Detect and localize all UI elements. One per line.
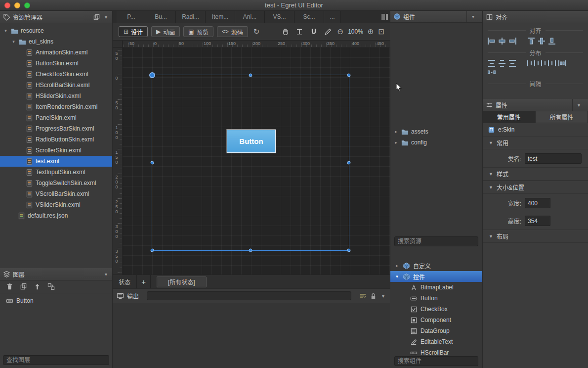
close-button[interactable]: [4, 2, 10, 8]
tree-item-animationskin[interactable]: AnimationSkin.exml: [0, 47, 112, 58]
tree-item-test-selected[interactable]: test.exml: [0, 156, 112, 167]
component-item-checkbox[interactable]: CheckBox: [390, 304, 482, 315]
add-state-button[interactable]: +: [137, 275, 151, 288]
component-item-button[interactable]: Button: [390, 293, 482, 304]
pen-tool-icon[interactable]: [324, 28, 332, 36]
magnet-snap-icon[interactable]: [310, 28, 318, 36]
fit-canvas-icon[interactable]: ⊡: [378, 27, 384, 36]
tree-item-vsliderskin[interactable]: VSliderSkin.exml: [0, 199, 112, 210]
expand-arrow-icon[interactable]: ▾: [11, 39, 16, 44]
height-input[interactable]: [525, 216, 550, 226]
tree-item-hsliderskin[interactable]: HSliderSkin.exml: [0, 91, 112, 101]
component-group-custom[interactable]: ▸ 自定义: [390, 260, 482, 271]
tree-item-textinputskin[interactable]: TextInputSkin.exml: [0, 167, 112, 178]
tree-item-hscrollbarskin[interactable]: HScrollBarSkin.exml: [0, 80, 112, 91]
width-input[interactable]: [525, 198, 550, 208]
distribute-bottom-icon[interactable]: [508, 60, 516, 67]
component-item-bitmaplabel[interactable]: BitmapLabel: [390, 282, 482, 293]
tree-item-progressbarskin[interactable]: ProgressBarSkin.exml: [0, 123, 112, 134]
text-tool-icon[interactable]: [295, 28, 303, 36]
output-menu-chevron-icon[interactable]: ▾: [380, 293, 386, 299]
delete-layer-icon[interactable]: [6, 283, 13, 290]
stage-button-component[interactable]: Button: [227, 130, 276, 153]
tree-item-panelskin[interactable]: PanelSkin.exml: [0, 112, 112, 123]
more-tabs-button[interactable]: ...: [324, 11, 341, 23]
library-item-assets[interactable]: ▸ assets: [390, 126, 482, 137]
output-filter-input[interactable]: [147, 291, 351, 300]
component-item-datagroup[interactable]: DataGroup: [390, 325, 482, 336]
tree-item-buttonskin[interactable]: ButtonSkin.exml: [0, 58, 112, 69]
section-common[interactable]: ▼ 常用: [483, 136, 588, 149]
pin-panel-icon[interactable]: [378, 11, 390, 23]
layer-item-button[interactable]: Button: [0, 295, 112, 306]
component-group-controls[interactable]: ▾ 控件: [390, 271, 482, 282]
selection-handle-right[interactable]: [347, 161, 351, 165]
layers-menu-chevron-icon[interactable]: ▾: [103, 272, 109, 277]
tab-common-properties[interactable]: 常用属性: [483, 111, 536, 123]
hand-tool-icon[interactable]: [281, 28, 289, 36]
tree-item-default-res-json[interactable]: default.res.json: [0, 210, 112, 221]
collapse-all-icon[interactable]: [93, 13, 100, 21]
align-bottom-icon[interactable]: [548, 38, 556, 45]
zoom-level[interactable]: 100%: [348, 28, 363, 35]
properties-menu-chevron-icon[interactable]: ▾: [576, 102, 582, 108]
selection-handle-top-right[interactable]: [347, 74, 351, 77]
lock-scroll-icon[interactable]: [370, 292, 377, 300]
section-size-position[interactable]: ▼ 大小&位置: [483, 181, 588, 194]
selection-handle-bottom-right[interactable]: [347, 249, 351, 252]
design-canvas[interactable]: Button: [123, 47, 390, 275]
distribute-spacing-icon[interactable]: [558, 60, 566, 67]
duplicate-layer-icon[interactable]: [20, 283, 27, 290]
tree-item-toggleswitchskin[interactable]: ToggleSwitchSkin.exml: [0, 178, 112, 188]
tree-item-checkboxskin[interactable]: CheckBoxSkin.exml: [0, 69, 112, 80]
class-name-input[interactable]: [525, 153, 582, 164]
expand-arrow-icon[interactable]: ▸: [393, 140, 399, 145]
tree-item-resource[interactable]: ▾ resource: [0, 25, 112, 36]
align-top-icon[interactable]: [527, 38, 535, 45]
selection-handle-left[interactable]: [151, 161, 154, 165]
tree-item-eui-skins[interactable]: ▾ eui_skins: [0, 36, 112, 47]
align-horizontal-center-icon[interactable]: [498, 38, 506, 45]
refresh-icon[interactable]: ↻: [253, 27, 260, 36]
zoom-out-icon[interactable]: ⊖: [337, 27, 344, 36]
selection-anchor-handle[interactable]: [149, 72, 155, 78]
skin-root-selection[interactable]: Button: [152, 75, 349, 251]
tree-item-radiobuttonskin[interactable]: RadioButtonSkin.exml: [0, 134, 112, 145]
animation-mode-button[interactable]: ▶ 动画: [151, 26, 180, 37]
distribute-top-icon[interactable]: [488, 60, 496, 67]
file-tab[interactable]: P...: [117, 11, 146, 23]
design-mode-button[interactable]: ⊞ 设计: [119, 26, 148, 37]
component-item-editabletext[interactable]: EditableText: [390, 336, 482, 347]
file-tab[interactable]: Radi...: [176, 11, 206, 23]
explorer-menu-chevron-icon[interactable]: ▾: [103, 14, 109, 20]
file-tab[interactable]: Ani...: [235, 11, 265, 23]
selection-handle-bottom-left[interactable]: [151, 249, 154, 252]
section-layout[interactable]: ▼ 布局: [483, 230, 588, 243]
move-layer-up-icon[interactable]: [34, 283, 41, 290]
minimize-button[interactable]: [14, 2, 20, 8]
library-item-config[interactable]: ▸ config: [390, 137, 482, 148]
selection-handle-bottom[interactable]: [249, 249, 252, 252]
word-wrap-icon[interactable]: [359, 292, 367, 300]
file-tab[interactable]: Sc...: [294, 11, 324, 23]
distribute-right-icon[interactable]: [548, 60, 556, 67]
tree-item-itemrendererskin[interactable]: ItemRendererSkin.exml: [0, 101, 112, 112]
section-style[interactable]: ▼ 样式: [483, 167, 588, 181]
distribute-vertical-center-icon[interactable]: [498, 60, 506, 67]
file-tab[interactable]: Bu...: [146, 11, 176, 23]
source-mode-button[interactable]: <> 源码: [217, 26, 248, 37]
components-search-input[interactable]: [394, 356, 478, 366]
components-menu-chevron-icon[interactable]: ▾: [470, 14, 476, 19]
zoom-in-icon[interactable]: ⊕: [368, 27, 374, 36]
expand-arrow-icon[interactable]: ▾: [3, 28, 8, 33]
expand-arrow-icon[interactable]: ▾: [394, 274, 400, 279]
equal-spacing-icon[interactable]: [488, 69, 496, 76]
maximize-button[interactable]: [24, 2, 30, 8]
group-layers-icon[interactable]: [47, 283, 55, 290]
preview-mode-button[interactable]: ▣ 预览: [183, 26, 213, 37]
distribute-horizontal-center-icon[interactable]: [538, 60, 546, 67]
library-search-input[interactable]: [394, 236, 478, 246]
align-vertical-center-icon[interactable]: [538, 38, 546, 45]
component-item-component[interactable]: Component: [390, 315, 482, 325]
align-left-icon[interactable]: [488, 38, 496, 45]
